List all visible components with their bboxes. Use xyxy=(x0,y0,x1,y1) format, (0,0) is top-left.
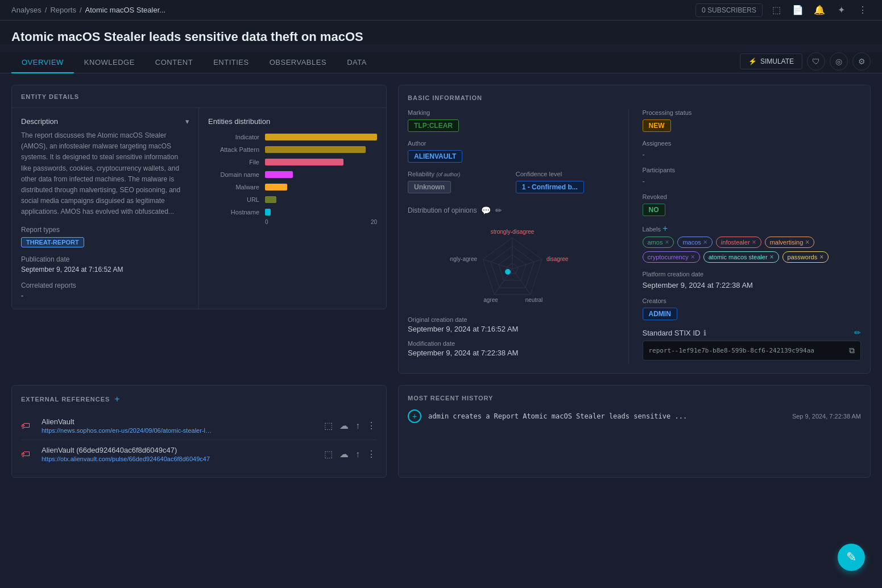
stix-info-icon[interactable]: ℹ xyxy=(703,329,706,337)
ref-upload-icon[interactable]: ☁ xyxy=(338,419,350,432)
edit-opinions-icon[interactable]: ✏ xyxy=(495,206,502,215)
bar-row: Domain name xyxy=(208,171,377,178)
bar-fill xyxy=(265,134,377,140)
add-reference-button[interactable]: + xyxy=(114,395,119,404)
add-label-button[interactable]: + xyxy=(662,224,668,233)
author-badge[interactable]: ALIENVAULT xyxy=(408,150,462,163)
distribution-title: Entities distribution xyxy=(208,117,377,126)
processing-status-field: Processing status NEW xyxy=(643,109,862,132)
confidence-label: Confidence level xyxy=(516,171,617,177)
remove-label-icon[interactable]: × xyxy=(770,253,774,261)
history-text: admin creates a Report Atomic macOS Stea… xyxy=(428,412,785,420)
stix-label: Standard STIX ID xyxy=(643,329,701,337)
entity-details-title: ENTITY DETAILS xyxy=(21,93,79,100)
topbar: Analyses / Reports / Atomic macOS Steale… xyxy=(0,0,882,20)
remove-label-icon[interactable]: × xyxy=(752,238,756,246)
chat-icon[interactable]: 💬 xyxy=(481,206,491,215)
ref-name: AlienVault (66ded924640ac6f8d6049c47) xyxy=(42,446,316,454)
basic-info-panel: BASIC INFORMATION Marking TLP:CLEAR Auth… xyxy=(398,85,871,374)
ext-ref-title: EXTERNAL REFERENCES xyxy=(21,396,110,403)
more-icon[interactable]: ⋮ xyxy=(855,2,871,18)
tab-overview[interactable]: OVERVIEW xyxy=(11,52,74,73)
axis-end: 20 xyxy=(371,219,377,225)
stix-edit-icon[interactable]: ✏ xyxy=(854,328,861,337)
bar-axis: 0 20 xyxy=(208,219,377,225)
remove-label-icon[interactable]: × xyxy=(703,238,707,246)
subscribers-button[interactable]: 0 SUBSCRIBERS xyxy=(695,3,763,17)
label-chip: macos × xyxy=(677,237,712,248)
labels-field: Labels + amos ×macos ×infostealer ×malve… xyxy=(643,224,862,263)
description-text: The report discusses the Atomic macOS St… xyxy=(21,130,189,218)
target-icon[interactable]: ◎ xyxy=(830,52,848,71)
creators-badge[interactable]: ADMIN xyxy=(643,308,677,320)
opinions-header: Distribution of opinions 💬 ✏ xyxy=(408,206,617,215)
original-creation-field: Original creation date September 9, 2024… xyxy=(408,316,617,333)
participants-label: Participants xyxy=(643,167,862,173)
document-icon[interactable]: 📄 xyxy=(790,2,806,18)
copy-stix-icon[interactable]: ⧉ xyxy=(849,346,855,355)
remove-label-icon[interactable]: × xyxy=(691,253,695,261)
breadcrumb-reports[interactable]: Reports xyxy=(50,6,76,14)
bar-fill xyxy=(265,146,366,153)
tab-data[interactable]: DATA xyxy=(337,52,377,73)
tab-observables[interactable]: OBSERVABLES xyxy=(259,52,337,73)
entity-details-panel: ENTITY DETAILS Description ▾ The report … xyxy=(11,85,387,309)
left-column: ENTITY DETAILS Description ▾ The report … xyxy=(11,85,387,374)
subscribers-count: 0 SUBSCRIBERS xyxy=(702,6,756,14)
settings-icon[interactable]: ⚙ xyxy=(852,52,871,71)
entities-distribution-section: Entities distribution IndicatorAttack Pa… xyxy=(199,108,386,309)
confidence-badge: 1 - Confirmed b... xyxy=(516,181,584,193)
bar-track xyxy=(265,184,377,191)
breadcrumb-analyses[interactable]: Analyses xyxy=(11,6,42,14)
bar-row: Malware xyxy=(208,184,377,191)
remove-label-icon[interactable]: × xyxy=(665,238,669,246)
participants-value: - xyxy=(643,177,862,185)
export-icon[interactable]: ⬚ xyxy=(768,2,784,18)
platform-creation-value: September 9, 2024 at 7:22:38 AM xyxy=(643,281,862,289)
ref-link-icon[interactable]: ⬚ xyxy=(323,448,334,461)
basic-info-grid: Marking TLP:CLEAR Author ALIENVAULT Reli… xyxy=(408,109,861,364)
platform-creation-field: Platform creation date September 9, 2024… xyxy=(643,271,862,289)
ref-url: https://news.sophos.com/en-us/2024/09/06… xyxy=(42,427,212,434)
bar-fill xyxy=(265,196,276,203)
confidence-field: Confidence level 1 - Confirmed b... xyxy=(516,171,617,193)
tab-knowledge[interactable]: KNOWLEDGE xyxy=(74,52,145,73)
ref-cloud-icon[interactable]: ↑ xyxy=(354,448,361,461)
bar-track xyxy=(265,171,377,178)
assignees-field: Assignees - xyxy=(643,140,862,159)
bar-track xyxy=(265,209,377,216)
simulate-label: SIMULATE xyxy=(760,57,794,65)
tab-entities[interactable]: ENTITIES xyxy=(203,52,259,73)
description-section: Description ▾ The report discusses the A… xyxy=(12,108,199,309)
tabs-bar: OVERVIEW KNOWLEDGE CONTENT ENTITIES OBSE… xyxy=(0,52,882,73)
label-chip: atomic macos stealer × xyxy=(703,251,779,263)
shield-icon[interactable]: 🛡 xyxy=(807,52,825,71)
page-title: Atomic macOS Stealer leads sensitive dat… xyxy=(11,30,871,44)
reliability-label: Reliability (of author) xyxy=(408,171,509,177)
reliability-confidence-row: Reliability (of author) Unknown Confiden… xyxy=(408,171,617,201)
label-chip: cryptocurrency × xyxy=(643,251,700,263)
ref-link-icon[interactable]: ⬚ xyxy=(323,419,334,432)
bell-icon[interactable]: 🔔 xyxy=(811,2,827,18)
modification-field: Modification date September 9, 2024 at 7… xyxy=(408,340,617,357)
bar-row: Hostname xyxy=(208,209,377,216)
ref-more-icon[interactable]: ⋮ xyxy=(366,448,377,461)
report-type-tag: THREAT-REPORT xyxy=(21,237,84,247)
svg-text:agree: agree xyxy=(483,297,498,303)
fab-edit-button[interactable]: ✎ xyxy=(838,544,865,571)
ref-tag-icon: 🏷 xyxy=(21,449,35,459)
remove-label-icon[interactable]: × xyxy=(819,253,823,261)
simulate-button[interactable]: ⚡ SIMULATE xyxy=(740,53,802,69)
reliability-badge: Unknown xyxy=(408,181,451,193)
collapse-icon[interactable]: ▾ xyxy=(185,117,189,126)
bar-chart: IndicatorAttack PatternFileDomain nameMa… xyxy=(208,134,377,216)
bar-label: Hostname xyxy=(208,209,259,216)
ref-more-icon[interactable]: ⋮ xyxy=(366,419,377,432)
add-icon[interactable]: ✦ xyxy=(833,2,849,18)
ref-item: 🏷 AlienVault (66ded924640ac6f8d6049c47) … xyxy=(21,440,377,468)
remove-label-icon[interactable]: × xyxy=(805,238,809,246)
ref-upload-icon[interactable]: ☁ xyxy=(338,448,350,461)
ref-cloud-icon[interactable]: ↑ xyxy=(354,419,361,432)
tab-content[interactable]: CONTENT xyxy=(145,52,203,73)
stix-id-value: report--1ef91e7b-b8e8-599b-8cf6-242139c9… xyxy=(649,347,814,354)
